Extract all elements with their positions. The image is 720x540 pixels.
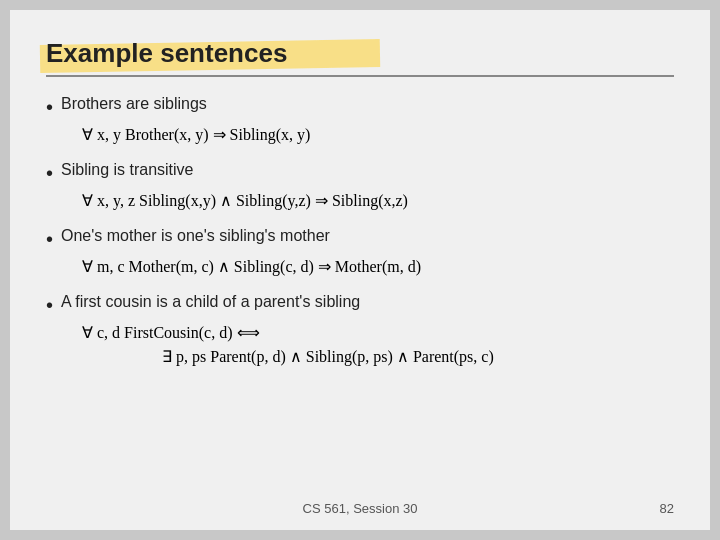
formula-4: ∀ c, d FirstCousin(c, d) ⟺ ∃ p, ps Paren… bbox=[82, 321, 674, 369]
slide: Example sentences • Brothers are sibling… bbox=[10, 10, 710, 530]
bullet-label-4: • A first cousin is a child of a parent'… bbox=[46, 293, 674, 317]
content-area: • Brothers are siblings ∀ x, y Brother(x… bbox=[46, 95, 674, 369]
bullet-label-1: • Brothers are siblings bbox=[46, 95, 674, 119]
footer: CS 561, Session 30 bbox=[10, 501, 710, 516]
bullet-section-3: • One's mother is one's sibling's mother… bbox=[46, 227, 674, 279]
bullet-dot-2: • bbox=[46, 161, 53, 185]
bullet-dot-3: • bbox=[46, 227, 53, 251]
formula-1: ∀ x, y Brother(x, y) ⇒ Sibling(x, y) bbox=[82, 123, 674, 147]
bullet-dot-1: • bbox=[46, 95, 53, 119]
bullet-label-2: • Sibling is transitive bbox=[46, 161, 674, 185]
bullet-section-2: • Sibling is transitive ∀ x, y, z Siblin… bbox=[46, 161, 674, 213]
bullet-dot-4: • bbox=[46, 293, 53, 317]
formula-3: ∀ m, c Mother(m, c) ∧ Sibling(c, d) ⇒ Mo… bbox=[82, 255, 674, 279]
footer-page: 82 bbox=[660, 501, 674, 516]
bullet-label-3: • One's mother is one's sibling's mother bbox=[46, 227, 674, 251]
formula-2: ∀ x, y, z Sibling(x,y) ∧ Sibling(y,z) ⇒ … bbox=[82, 189, 674, 213]
bullet-section-4: • A first cousin is a child of a parent'… bbox=[46, 293, 674, 369]
bullet-section-1: • Brothers are siblings ∀ x, y Brother(x… bbox=[46, 95, 674, 147]
